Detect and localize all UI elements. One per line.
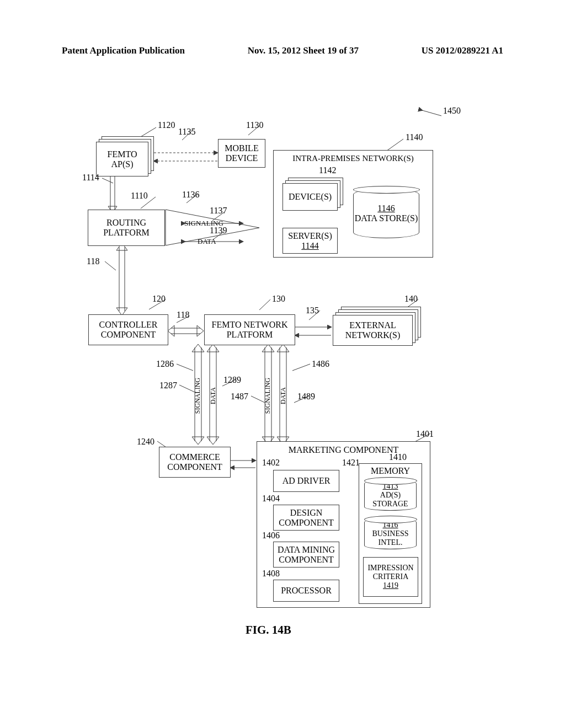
ref-1402: 1402 xyxy=(262,458,280,468)
ref-1240: 1240 xyxy=(137,437,154,447)
data-store-label: DATA STORE(S) xyxy=(355,213,418,223)
figure-caption: FIG. 14B xyxy=(246,623,291,637)
page-header: Patent Application Publication Nov. 15, … xyxy=(62,45,503,56)
data-mining-label: DATA MINING COMPONENT xyxy=(274,545,339,565)
ref-1408: 1408 xyxy=(262,569,280,579)
ref-1146: 1146 xyxy=(377,204,395,213)
ref-1110: 1110 xyxy=(131,191,148,201)
ref-1135: 1135 xyxy=(178,127,195,137)
servers-label: SERVER(S) xyxy=(288,231,332,241)
ref-1139: 1139 xyxy=(210,226,227,235)
ref-118a: 118 xyxy=(87,256,99,266)
femto-platform-label: FEMTO NETWORK PLATFORM xyxy=(205,320,295,340)
signaling-right: SIGNALING xyxy=(264,378,272,414)
controller-label: CONTROLLER COMPONENT xyxy=(89,320,168,340)
ref-1142: 1142 xyxy=(319,165,336,175)
data-1: DATA xyxy=(198,237,216,246)
data-store-cyl: 1146 DATA STORE(S) xyxy=(353,189,419,238)
header-middle: Nov. 15, 2012 Sheet 19 of 37 xyxy=(248,45,359,56)
ref-1287: 1287 xyxy=(159,381,177,390)
design-label: DESIGN COMPONENT xyxy=(274,508,339,528)
ref-1410: 1410 xyxy=(389,452,407,462)
controller-box: CONTROLLER COMPONENT xyxy=(88,314,168,345)
ref-1137: 1137 xyxy=(210,206,227,216)
femto-platform-box: FEMTO NETWORK PLATFORM xyxy=(204,314,295,345)
ad-driver-label: AD DRIVER xyxy=(282,476,331,486)
external-label: EXTERNAL NETWORK(S) xyxy=(333,320,412,340)
commerce-box: COMMERCE COMPONENT xyxy=(159,447,231,478)
signaling-left: SIGNALING xyxy=(194,378,202,414)
ref-1401: 1401 xyxy=(416,429,434,439)
ref-140: 140 xyxy=(404,294,418,304)
mobile-device-box: MOBILE DEVICE xyxy=(218,139,265,168)
ref-118b: 118 xyxy=(177,310,189,320)
ref-1136: 1136 xyxy=(182,190,199,200)
header-right: US 2012/0289221 A1 xyxy=(422,45,503,56)
marketing-label: MARKETING COMPONENT xyxy=(289,445,399,455)
ref-1286: 1286 xyxy=(156,359,174,369)
ref-1421: 1421 xyxy=(342,458,360,468)
ref-1130: 1130 xyxy=(246,120,263,130)
ref-1140: 1140 xyxy=(406,132,423,142)
ref-1404: 1404 xyxy=(262,494,280,504)
ref-1416: 1416 xyxy=(383,521,398,529)
impression-label: IMPRESSION CRITERIA xyxy=(364,564,418,581)
connectors xyxy=(0,0,565,728)
devices-label: DEVICE(S) xyxy=(289,192,332,202)
ref-1419: 1419 xyxy=(383,581,398,590)
routing-platform-box: ROUTING PLATFORM xyxy=(88,210,165,246)
impression-box: IMPRESSION CRITERIA 1419 xyxy=(363,557,418,597)
commerce-label: COMMERCE COMPONENT xyxy=(159,452,230,472)
intra-premises-label: INTRA-PREMISES NETWORK(S) xyxy=(292,154,414,163)
ref-1289: 1289 xyxy=(223,375,241,385)
external-box: EXTERNAL NETWORK(S) xyxy=(333,315,413,346)
devices-box: DEVICE(S) xyxy=(282,183,338,211)
ref-120: 120 xyxy=(152,294,166,304)
data-mining-box: DATA MINING COMPONENT xyxy=(273,542,339,568)
design-box: DESIGN COMPONENT xyxy=(273,505,339,531)
ref-135: 135 xyxy=(306,306,319,315)
header-left: Patent Application Publication xyxy=(62,45,185,56)
ref-1413: 1413 xyxy=(383,482,398,491)
femto-ap-box: FEMTO AP(S) xyxy=(96,142,148,176)
processor-label: PROCESSOR xyxy=(281,586,332,596)
ref-1114: 1114 xyxy=(82,173,99,183)
ads-storage-label: AD(S) STORAGE xyxy=(365,491,416,508)
data-left: DATA xyxy=(209,387,217,404)
ref-1489: 1489 xyxy=(297,392,315,402)
business-intel-label: BUSINESS INTEL. xyxy=(365,529,416,547)
routing-platform-label: ROUTING PLATFORM xyxy=(88,218,164,238)
ref-130: 130 xyxy=(272,294,285,304)
processor-box: PROCESSOR xyxy=(273,580,339,602)
ref-1144: 1144 xyxy=(301,241,318,251)
servers-box: SERVER(S) 1144 xyxy=(282,228,338,254)
ref-1486: 1486 xyxy=(312,359,329,369)
data-right: DATA xyxy=(279,387,287,404)
memory-label: MEMORY xyxy=(371,466,410,476)
mobile-device-label: MOBILE DEVICE xyxy=(218,143,265,163)
ads-storage-cyl: 1413 AD(S) STORAGE xyxy=(364,480,417,511)
business-intel-cyl: 1416 BUSINESS INTEL. xyxy=(364,518,417,549)
femto-ap-label: FEMTO AP(S) xyxy=(97,149,148,169)
ref-1487: 1487 xyxy=(231,392,248,402)
page: Patent Application Publication Nov. 15, … xyxy=(0,0,565,728)
ref-1450: 1450 xyxy=(443,106,461,116)
ad-driver-box: AD DRIVER xyxy=(273,470,339,492)
ref-1406: 1406 xyxy=(262,531,280,540)
ref-1120: 1120 xyxy=(158,120,175,130)
